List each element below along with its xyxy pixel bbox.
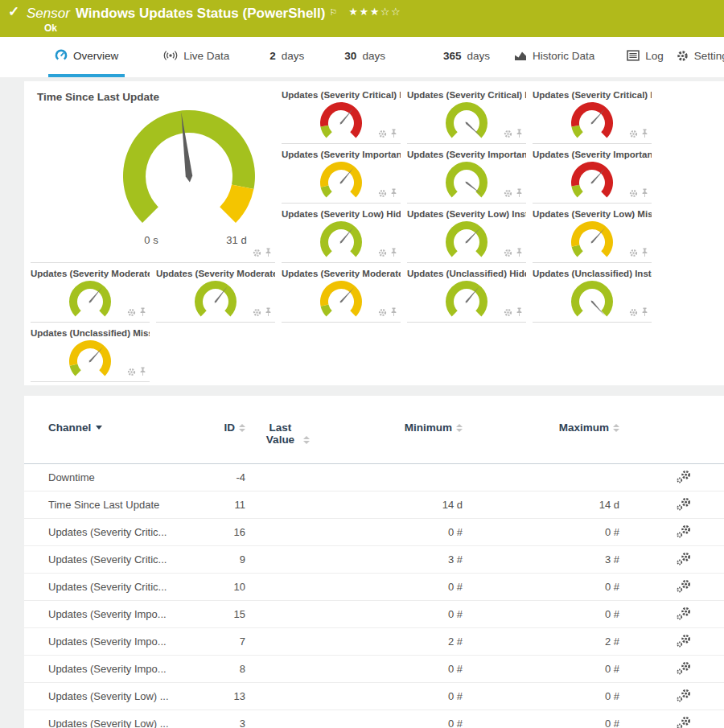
priority-stars[interactable]: ★★★☆☆ [348,6,401,18]
gauge-panel-low-hidden[interactable]: Updates (Severity Low) Hidden [282,204,401,263]
channel-settings-icon[interactable] [676,689,692,702]
channel-minimum: 0 # [326,690,463,702]
gauge-panel-important-missing[interactable]: Updates (Severity Important) ... [533,144,652,204]
channel-name[interactable]: Updates (Severity Low) ... [48,718,209,728]
pin-icon[interactable] [516,306,523,320]
tab-live-data[interactable]: Live Data [157,37,236,77]
settings-icon [677,50,689,62]
channel-name[interactable]: Updates (Severity Critic... [48,581,209,593]
channel-settings-icon[interactable] [676,524,692,538]
pin-icon[interactable] [390,187,397,201]
pin-icon[interactable] [265,246,272,261]
gear-icon[interactable] [378,187,387,201]
channel-settings-icon[interactable] [676,497,692,511]
col-header-id[interactable]: ID [209,422,245,434]
gauge-panel-unclassified-missing[interactable]: Updates (Unclassified) Missing [31,323,150,382]
pin-icon[interactable] [516,127,523,142]
flag-icon[interactable]: ⚐ [329,7,337,17]
gauge-icon [55,49,68,62]
gauge-panel-critical-missing[interactable]: Updates (Severity Critical) Mi... [533,84,652,144]
channel-maximum: 0 # [463,608,619,620]
gear-icon[interactable] [504,246,512,261]
tab-label: Overview [73,50,118,62]
pin-icon[interactable] [265,306,272,320]
gauge-panel-moderate-installed[interactable]: Updates (Severity Moderate) I... [156,263,275,323]
channel-maximum: 3 # [463,553,619,566]
pin-icon[interactable] [516,246,523,261]
gear-icon[interactable] [504,306,512,320]
channel-name[interactable]: Time Since Last Update [48,499,209,511]
gauge-title: Updates (Severity Important) ... [407,144,526,159]
gauge-panel-moderate-hidden[interactable]: Updates (Severity Moderate) ... [31,263,150,323]
gear-icon[interactable] [629,306,638,320]
gear-icon[interactable] [629,187,638,201]
pin-icon[interactable] [390,127,397,142]
channel-name[interactable]: Updates (Severity Critic... [48,553,209,566]
gauge-title: Updates (Severity Critical) Hi... [282,84,401,100]
gauge-panel-critical-hidden[interactable]: Updates (Severity Critical) Hi... [282,84,401,144]
pin-icon[interactable] [516,187,523,201]
pin-icon[interactable] [390,306,397,320]
channel-row-important-2: Updates (Severity Impo... 7 2 # 2 # [24,628,724,656]
tab-overview[interactable]: Overview [48,37,125,77]
gauge-panel-moderate-missing[interactable]: Updates (Severity Moderate) ... [282,263,401,323]
col-header-channel[interactable]: Channel [48,422,209,434]
tab-historic-data[interactable]: Historic Data [508,37,601,77]
sort-icon [613,424,619,432]
gear-icon[interactable] [253,306,261,320]
gauge-panel-critical-installed[interactable]: Updates (Severity Critical) Ins... [407,84,526,144]
channel-row-critical-1: Updates (Severity Critic... 16 0 # 0 # [24,519,724,546]
gear-icon[interactable] [378,306,387,320]
gear-icon[interactable] [378,127,387,142]
pin-icon[interactable] [641,246,648,261]
gauge-panel-low-installed[interactable]: Updates (Severity Low) Install... [407,204,526,263]
channel-minimum: 3 # [326,553,463,566]
channel-name[interactable]: Updates (Severity Critic... [48,526,209,538]
channel-name[interactable]: Downtime [48,471,209,483]
gear-icon[interactable] [378,246,387,261]
pin-icon[interactable] [139,306,146,320]
gauge-panel-low-missing[interactable]: Updates (Severity Low) Missi... [533,204,652,263]
gear-icon[interactable] [253,246,261,261]
gear-icon[interactable] [504,187,512,201]
gauge-panel-important-hidden[interactable]: Updates (Severity Important) ... [282,144,401,204]
channel-maximum: 2 # [463,635,619,648]
col-header-maximum[interactable]: Maximum [463,422,619,434]
gauge-title: Updates (Severity Low) Hidden [282,204,401,219]
channel-name[interactable]: Updates (Severity Impo... [48,663,209,675]
tab-settings[interactable]: Settings [670,37,724,77]
channel-name[interactable]: Updates (Severity Impo... [48,608,209,620]
gauge-title: Updates (Severity Low) Missi... [533,204,652,219]
tab-log[interactable]: Log [620,37,670,77]
channel-table-panel: Channel ID Last Value Minimum Maximum Do… [24,396,724,728]
pin-icon[interactable] [641,306,648,320]
tab-30-days[interactable]: 30 days [338,37,392,77]
tab-2-days[interactable]: 2 days [263,37,311,77]
gear-icon[interactable] [629,246,638,261]
gauge-panel-unclassified-installed[interactable]: Updates (Unclassified) Install... [533,263,652,323]
gear-icon[interactable] [504,127,512,142]
channel-settings-icon[interactable] [676,552,692,566]
gear-icon[interactable] [127,365,136,380]
pin-icon[interactable] [641,187,648,201]
gear-icon[interactable] [629,127,638,142]
channel-settings-icon[interactable] [676,634,692,648]
gear-icon[interactable] [127,306,136,320]
object-kind-label: Sensor [27,6,70,21]
tab-365-days[interactable]: 365 days [437,37,496,77]
channel-settings-icon[interactable] [676,470,692,483]
channel-settings-icon[interactable] [676,579,692,593]
pin-icon[interactable] [641,127,648,142]
gauge-panel-time-since-last-update[interactable]: Time Since Last Update 0 s 31 d [31,84,275,263]
channel-settings-icon[interactable] [676,716,692,728]
pin-icon[interactable] [390,246,397,261]
col-header-minimum[interactable]: Minimum [326,422,463,434]
gauge-panel-important-installed[interactable]: Updates (Severity Important) ... [407,144,526,204]
channel-name[interactable]: Updates (Severity Low) ... [48,690,209,702]
gauge-panel-unclassified-hidden[interactable]: Updates (Unclassified) Hidden [407,263,526,323]
pin-icon[interactable] [139,365,146,380]
channel-name[interactable]: Updates (Severity Impo... [48,635,209,648]
channel-settings-icon[interactable] [676,607,692,620]
col-header-last-value[interactable]: Last Value [245,422,326,446]
channel-settings-icon[interactable] [676,661,692,675]
